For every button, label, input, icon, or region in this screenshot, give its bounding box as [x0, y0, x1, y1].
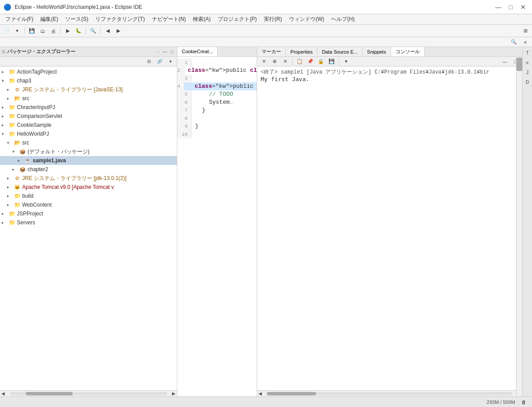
tree-item-cookie[interactable]: ▸📁CookieSample: [0, 121, 177, 129]
console-vscroll[interactable]: [516, 57, 522, 396]
editor-tab[interactable]: CookieCreat...: [177, 47, 218, 56]
expand-icon-chap3-jre: ▸: [7, 87, 12, 92]
console-dropdown[interactable]: ▾: [341, 57, 351, 67]
toolbar-print[interactable]: 🖨: [48, 26, 58, 36]
item-icon-chap3-src: 📂: [14, 95, 21, 102]
toolbar-prev[interactable]: ◀: [103, 26, 113, 36]
tree-item-hw-webcontent[interactable]: ▸📁WebContent: [0, 200, 177, 209]
console-tab-[interactable]: コンソール: [391, 47, 425, 56]
tree-item-hw-chapter2[interactable]: ▸📦chapter2: [0, 165, 177, 174]
item-label-hw-default-pkg: (デフォルト・パッケージ): [27, 148, 90, 156]
menu-item-e[interactable]: 編集(E): [37, 14, 62, 24]
collapse-all-button[interactable]: ⊟: [144, 57, 154, 67]
menu-item-r[interactable]: 実行(R): [260, 14, 286, 24]
console-tab-datasourcee[interactable]: Data Source E...: [317, 47, 363, 56]
console-scroll-left[interactable]: ◀: [257, 391, 263, 397]
tree-item-hw-default-pkg[interactable]: ▾📦(デフォルト・パッケージ): [0, 147, 177, 156]
item-label-hw-chapter2: chapter2: [27, 166, 48, 172]
menu-item-s[interactable]: ソース(S): [62, 14, 92, 24]
console-tab-[interactable]: マーカー: [257, 47, 286, 56]
console-save[interactable]: 💾: [327, 57, 336, 67]
toolbar-search[interactable]: 🔍: [88, 26, 98, 36]
console-tab-snippets[interactable]: Snippets: [363, 47, 391, 56]
scroll-right-btn[interactable]: ▶: [171, 391, 177, 397]
toolbar-new[interactable]: 📄: [2, 26, 12, 36]
right-sidebar-btn1[interactable]: T: [523, 48, 532, 57]
tree-item-chap3-src[interactable]: ▸📂src: [0, 94, 177, 103]
console-tab-properties[interactable]: Properties: [286, 47, 317, 56]
tree-item-comparison[interactable]: ▸📁ComparisonServlet: [0, 112, 177, 121]
scroll-track: [10, 392, 167, 395]
menu-item-n[interactable]: ナビゲート(N): [149, 14, 190, 24]
console-clear[interactable]: ⊗: [270, 57, 279, 67]
toolbar-run[interactable]: ▶: [63, 26, 73, 36]
item-icon-cookie: 📁: [8, 121, 16, 129]
menu-item-h[interactable]: ヘルプ(H): [328, 14, 358, 24]
tree-item-actiontag[interactable]: ▸📁ActionTagProject: [0, 67, 177, 76]
tree-item-servers[interactable]: ▸📁Servers: [0, 218, 177, 227]
view-menu-button[interactable]: ▾: [165, 57, 175, 67]
toolbar-perspective[interactable]: ⊞: [520, 26, 530, 36]
toolbar-dropdown[interactable]: ▾: [12, 26, 22, 36]
line-content-2: class="kw">public class…: [184, 67, 257, 74]
close-button[interactable]: ✕: [518, 3, 528, 12]
toolbar-save-all[interactable]: 🗂: [38, 26, 47, 36]
right-sidebar-btn4[interactable]: D: [523, 78, 532, 86]
menu-item-f[interactable]: ファイル(F): [2, 14, 37, 24]
console-copy[interactable]: 📋: [295, 57, 305, 67]
minimize-button[interactable]: —: [493, 3, 504, 12]
tree-item-chap3-jre[interactable]: ▸⚙JRE システム・ライブラリー [JavaSE-13]: [0, 85, 177, 94]
panel-controls: — □: [162, 49, 175, 55]
search-button[interactable]: 🔍: [509, 37, 519, 47]
link-editor-button[interactable]: 🔗: [155, 57, 164, 67]
view-menu[interactable]: ≡: [520, 37, 530, 47]
menu-item-t[interactable]: リファクタリング(T): [92, 14, 148, 24]
maximize-view-button[interactable]: □: [169, 49, 175, 55]
console-scroll-lock[interactable]: 🔒: [316, 57, 326, 67]
scroll-left-btn[interactable]: ◀: [0, 391, 6, 397]
expand-icon-hw-build: ▸: [7, 194, 12, 198]
console-x[interactable]: ✕: [280, 57, 290, 67]
line-content-8: [192, 114, 195, 122]
right-sidebar-btn3[interactable]: J: [523, 68, 532, 77]
tree-item-hw-tomcat[interactable]: ▸🐱Apache Tomcat v9.0 [Apache Tomcat v: [0, 183, 177, 192]
maximize-button[interactable]: □: [505, 3, 516, 12]
right-sidebar-btn2[interactable]: ≡: [523, 58, 532, 67]
menu-item-w[interactable]: ウィンドウ(W): [286, 14, 328, 24]
left-panel-hscroll[interactable]: ◀ ▶: [0, 390, 177, 396]
tree-item-hw-sample1[interactable]: ▸☕sample1.java: [0, 156, 177, 165]
tree-item-hw-jre[interactable]: ▸⚙JRE システム・ライブラリー [jdk-13.0.1(2)]: [0, 174, 177, 183]
tree-item-hw-build[interactable]: ▸📁build: [0, 192, 177, 200]
tree-item-chracter[interactable]: ▸📁ChracterInputPJ: [0, 103, 177, 112]
item-icon-helloworld: 📁: [8, 130, 16, 137]
item-icon-actiontag: 📁: [8, 68, 16, 75]
editor-panel: CookieCreat... 12class="kw">public class…: [177, 47, 257, 396]
minimize-view-button[interactable]: —: [162, 49, 168, 55]
console-close[interactable]: ✕: [259, 57, 269, 67]
item-label-hw-jre: JRE システム・ライブラリー [jdk-13.0.1(2)]: [22, 175, 126, 182]
gc-button[interactable]: 🗑: [519, 397, 528, 407]
item-icon-chracter: 📁: [8, 104, 16, 111]
toolbar-save[interactable]: 💾: [27, 26, 37, 36]
editor-content[interactable]: 12class="kw">public class…34 class="kw">…: [177, 57, 257, 396]
toolbar-next[interactable]: ▶: [113, 26, 123, 36]
code-line-2: 2class="kw">public class…: [177, 67, 257, 74]
tree-item-jspproject[interactable]: ▸📁JSPProject: [0, 209, 177, 218]
title-bar: 🔵 Eclipse - HelloWorldPJ/src/sample1.jav…: [0, 0, 532, 14]
line-num-8: 8: [177, 114, 192, 122]
console-minimize[interactable]: —: [500, 57, 510, 67]
tree-item-chap3[interactable]: ▾📁chap3: [0, 76, 177, 85]
menu-item-a[interactable]: 検索(A): [189, 14, 214, 24]
console-hscroll[interactable]: ◀ ▶: [257, 390, 522, 396]
expand-icon-chracter: ▸: [2, 105, 7, 110]
toolbar-debug[interactable]: 🐛: [74, 26, 83, 36]
item-label-hw-tomcat: Apache Tomcat v9.0 [Apache Tomcat v: [22, 184, 114, 190]
line-num-5: 5: [177, 90, 192, 98]
expand-icon-hw-jre: ▸: [7, 176, 12, 180]
main-area: ⊟ パッケージ・エクスプローラー ☆ — □ ⊟ 🔗 ▾ ▸📁ActionTag…: [0, 47, 532, 396]
console-pin[interactable]: 📌: [305, 57, 315, 67]
code-line-3: 3: [177, 74, 257, 82]
tree-item-helloworld[interactable]: ▾📁HelloWorldPJ: [0, 129, 177, 138]
tree-item-hw-src[interactable]: ▾📂src: [0, 138, 177, 147]
menu-item-p[interactable]: プロジェクト(P): [214, 14, 260, 24]
